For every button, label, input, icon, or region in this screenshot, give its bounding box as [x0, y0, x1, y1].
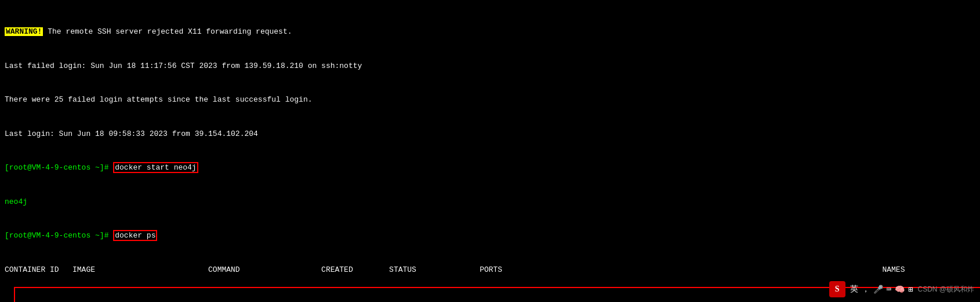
prompt1: [root@VM-4-9-centos ~]#	[5, 163, 113, 172]
command2-line: [root@VM-4-9-centos ~]# docker ps	[5, 230, 975, 242]
command2: docker ps	[115, 231, 155, 240]
terminal: WARNING! The remote SSH server rejected …	[0, 0, 980, 302]
line1: Last failed login: Sun Jun 18 11:17:56 C…	[5, 60, 975, 72]
chinese-icon[interactable]: 英	[850, 284, 858, 294]
comma-icon[interactable]: ，	[862, 284, 870, 294]
sogou-icon[interactable]: S	[829, 281, 845, 297]
toolbar-icons: 英 ， 🎤 ⌨ 🧠 ⊞	[850, 284, 913, 294]
line3: Last login: Sun Jun 18 09:58:33 2023 fro…	[5, 128, 975, 140]
command1-line: [root@VM-4-9-centos ~]# docker start neo…	[5, 162, 975, 174]
bottom-bar: S 英 ， 🎤 ⌨ 🧠 ⊞ CSDN @硕风和炸	[829, 281, 974, 297]
command1-box: docker start neo4j	[113, 162, 198, 173]
table-header: CONTAINER ID IMAGE COMMAND CREATED STATU…	[5, 264, 975, 276]
warning-badge: WARNING!	[5, 27, 43, 36]
command2-box: docker ps	[113, 230, 157, 241]
keyboard-icon[interactable]: ⌨	[887, 285, 891, 294]
warning-text: The remote SSH server rejected X11 forwa…	[43, 27, 292, 36]
grid-icon[interactable]: ⊞	[908, 285, 913, 294]
csdn-label: CSDN @硕风和炸	[917, 285, 974, 294]
line2: There were 25 failed login attempts sinc…	[5, 94, 975, 106]
brain-icon[interactable]: 🧠	[895, 285, 905, 294]
prompt2: [root@VM-4-9-centos ~]#	[5, 231, 113, 240]
mic-icon[interactable]: 🎤	[873, 285, 883, 294]
command1: docker start neo4j	[115, 163, 196, 172]
warning-line: WARNING! The remote SSH server rejected …	[5, 26, 975, 38]
output1: neo4j	[5, 196, 975, 208]
